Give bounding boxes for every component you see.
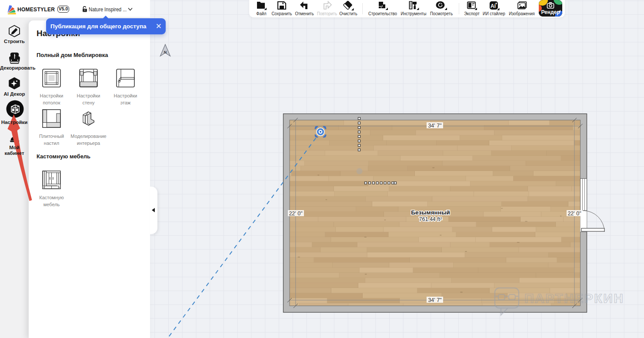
- svg-text:22' 0": 22' 0": [567, 211, 581, 217]
- svg-text:N: N: [164, 50, 167, 54]
- svg-text:Безымянный: Безымянный: [411, 209, 450, 216]
- svg-text:34' 7": 34' 7": [428, 297, 441, 303]
- svg-text:Ai: Ai: [491, 3, 496, 9]
- svg-text:34' 7": 34' 7": [428, 123, 441, 129]
- svg-text:761.44 ft²: 761.44 ft²: [419, 216, 442, 222]
- svg-text:ПАРТНЕРКИН: ПАРТНЕРКИН: [524, 291, 624, 305]
- svg-text:22' 0": 22' 0": [289, 211, 302, 217]
